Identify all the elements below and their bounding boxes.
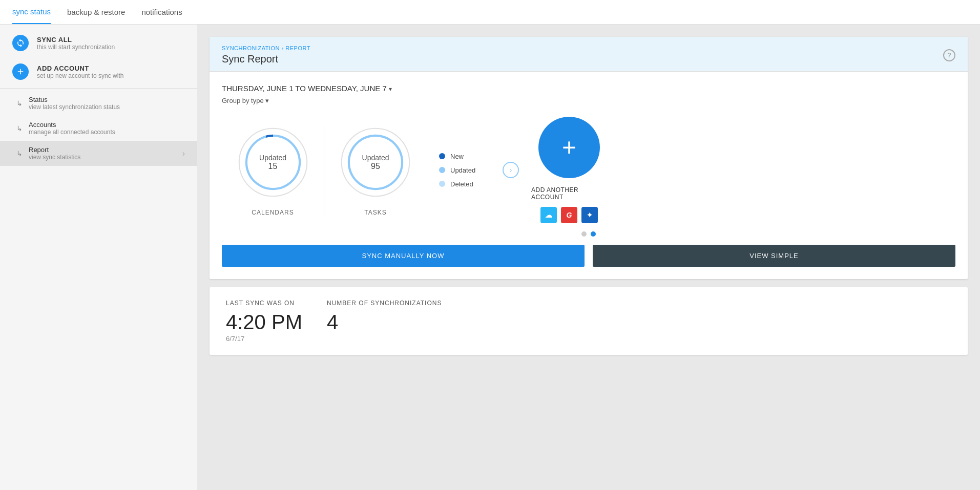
group-by-dropdown[interactable]: Group by type ▾	[222, 97, 955, 104]
nav-backup-restore[interactable]: backup & restore	[67, 1, 125, 24]
next-chart-arrow[interactable]: ›	[503, 162, 519, 178]
legend-new-label: New	[450, 153, 464, 160]
add-account-title: ADD ACCOUNT	[37, 65, 123, 72]
sidebar-item-status[interactable]: ↳ Status view latest synchronization sta…	[0, 91, 197, 116]
sync-all-action[interactable]: SYNC ALL this will start synchronization	[0, 29, 197, 57]
tasks-label: TASKS	[364, 209, 386, 216]
sidebar: SYNC ALL this will start synchronization…	[0, 25, 197, 490]
legend-dot-deleted	[439, 181, 445, 187]
status-subtitle: view latest synchronization status	[29, 103, 120, 111]
legend-dot-new	[439, 153, 445, 159]
header-left: SYNCHRONIZATION › REPORT Sync Report	[222, 45, 310, 65]
report-header: SYNCHRONIZATION › REPORT Sync Report ?	[210, 37, 968, 72]
breadcrumb: SYNCHRONIZATION › REPORT	[222, 45, 310, 51]
dot-2[interactable]	[591, 231, 596, 237]
help-icon[interactable]: ?	[943, 49, 955, 61]
add-account-text: ADD ACCOUNT set up new account to sync w…	[37, 65, 123, 79]
content-area: SYNCHRONIZATION › REPORT Sync Report ? T…	[197, 25, 980, 490]
calendars-center-value: 15	[259, 162, 286, 171]
pagination-dots	[222, 231, 955, 237]
plus-icon: +	[562, 135, 576, 160]
stats-card: LAST SYNC WAS ON 4:20 PM 6/7/17 NUMBER O…	[210, 287, 968, 355]
sidebar-item-report[interactable]: ↳ Report view sync statistics ›	[0, 141, 197, 166]
status-title: Status	[29, 96, 120, 103]
calendars-donut: Updated 15	[235, 124, 311, 201]
calendars-label: CALENDARS	[252, 209, 294, 216]
legend-new: New	[439, 153, 486, 160]
dot-1[interactable]	[581, 231, 587, 237]
add-account-section: + ADD ANOTHER ACCOUNT ☁ G ✦	[523, 117, 615, 223]
legend-updated: Updated	[439, 166, 486, 174]
legend-deleted-label: Deleted	[450, 180, 473, 188]
tasks-donut: Updated 95	[337, 124, 414, 201]
calendars-chart: Updated 15 CALENDARS	[222, 124, 324, 216]
report-page-title: Sync Report	[222, 53, 310, 65]
report-body: THURSDAY, JUNE 1 TO WEDNESDAY, JUNE 7 ▾ …	[210, 72, 968, 279]
sidebar-item-accounts[interactable]: ↳ Accounts manage all connected accounts	[0, 116, 197, 141]
main-layout: SYNC ALL this will start synchronization…	[0, 25, 980, 490]
view-simple-button[interactable]: VIEW SIMPLE	[593, 245, 955, 267]
group-by-label: Group by type	[222, 97, 264, 104]
breadcrumb-current: REPORT	[285, 45, 310, 51]
accounts-content: Accounts manage all connected accounts	[29, 121, 115, 136]
sync-now-button[interactable]: SYNC MANUALLY NOW	[222, 245, 585, 267]
exchange-account-btn[interactable]: ✦	[581, 207, 598, 223]
add-icon	[12, 63, 29, 80]
accounts-subtitle: manage all connected accounts	[29, 129, 115, 136]
account-icons: ☁ G ✦	[540, 207, 598, 223]
report-title: Report	[29, 146, 80, 154]
sync-icon	[12, 35, 29, 51]
nav-sync-status[interactable]: sync status	[12, 0, 51, 24]
report-card: SYNCHRONIZATION › REPORT Sync Report ? T…	[210, 37, 968, 279]
date-range-arrow: ▾	[389, 86, 392, 93]
date-range[interactable]: THURSDAY, JUNE 1 TO WEDNESDAY, JUNE 7 ▾	[222, 84, 955, 93]
accounts-title: Accounts	[29, 121, 115, 129]
tasks-center-label: Updated	[362, 154, 389, 162]
arrow-icon: ↳	[16, 99, 23, 108]
arrow-icon-report: ↳	[16, 150, 23, 158]
legend-section: New Updated Deleted	[427, 153, 498, 188]
sync-all-title: SYNC ALL	[37, 36, 115, 44]
breadcrumb-parent[interactable]: SYNCHRONIZATION	[222, 45, 280, 51]
breadcrumb-separator: ›	[282, 45, 284, 51]
cloud-account-btn[interactable]: ☁	[540, 207, 557, 223]
top-nav: sync status backup & restore notificatio…	[0, 0, 980, 25]
sync-all-text: SYNC ALL this will start synchronization	[37, 36, 115, 51]
sync-count-label: NUMBER OF SYNCHRONIZATIONS	[327, 300, 442, 307]
arrow-icon-accounts: ↳	[16, 124, 23, 133]
status-content: Status view latest synchronization statu…	[29, 96, 120, 111]
last-sync-time: 4:20 PM	[226, 311, 302, 334]
legend-dot-updated	[439, 167, 445, 173]
add-account-action[interactable]: ADD ACCOUNT set up new account to sync w…	[0, 57, 197, 86]
google-account-btn[interactable]: G	[561, 207, 577, 223]
nav-notifications[interactable]: notifications	[141, 1, 182, 24]
legend-deleted: Deleted	[439, 180, 486, 188]
calendars-center-label: Updated	[259, 154, 286, 162]
sidebar-divider	[0, 88, 197, 89]
sync-all-subtitle: this will start synchronization	[37, 44, 115, 51]
action-buttons: SYNC MANUALLY NOW VIEW SIMPLE	[222, 245, 955, 267]
last-sync-date: 6/7/17	[226, 335, 302, 343]
date-range-text: THURSDAY, JUNE 1 TO WEDNESDAY, JUNE 7	[222, 84, 387, 93]
tasks-center-value: 95	[362, 162, 389, 171]
sync-count-value: 4	[327, 311, 442, 334]
report-content: Report view sync statistics	[29, 146, 80, 161]
legend-updated-label: Updated	[450, 166, 475, 174]
add-account-section-label: ADD ANOTHER ACCOUNT	[531, 186, 607, 201]
tasks-chart: Updated 95 TASKS	[324, 124, 427, 216]
group-by-arrow: ▾	[265, 97, 269, 104]
add-account-subtitle: set up new account to sync with	[37, 72, 123, 79]
chevron-right-icon: ›	[182, 149, 185, 158]
report-subtitle: view sync statistics	[29, 154, 80, 161]
last-sync-stat: LAST SYNC WAS ON 4:20 PM 6/7/17	[226, 300, 302, 343]
sync-count-stat: NUMBER OF SYNCHRONIZATIONS 4	[327, 300, 442, 343]
tasks-center: Updated 95	[362, 154, 389, 171]
charts-section: Updated 15 CALENDARS	[222, 117, 955, 223]
calendars-center: Updated 15	[259, 154, 286, 171]
last-sync-label: LAST SYNC WAS ON	[226, 300, 302, 307]
add-account-circle[interactable]: +	[538, 117, 600, 178]
